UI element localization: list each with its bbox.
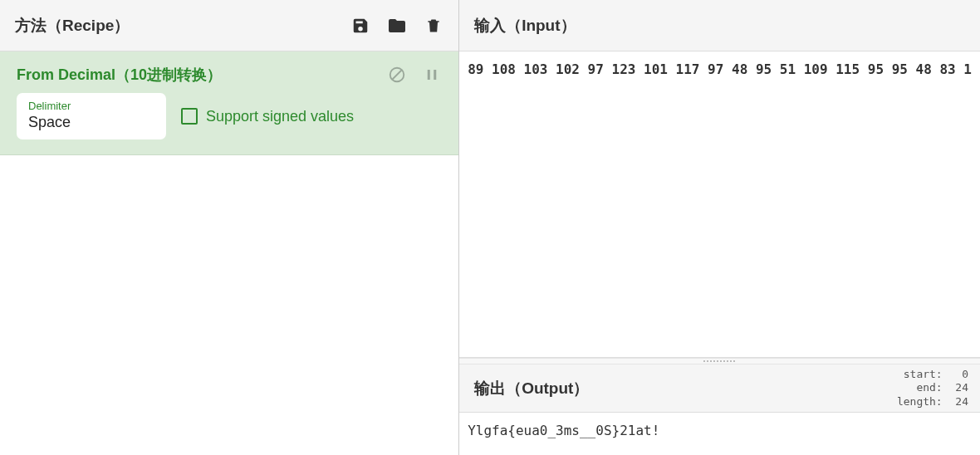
svg-line-1 <box>393 71 402 80</box>
operation-title: From Decimal（10进制转换） <box>17 65 222 85</box>
recipe-title: 方法（Recipe） <box>15 15 130 37</box>
recipe-header: 方法（Recipe） <box>0 0 458 51</box>
svg-rect-3 <box>434 70 436 80</box>
signed-checkbox-row[interactable]: Support signed values <box>181 108 354 125</box>
output-textarea[interactable]: Ylgfa{eua0_3ms__0S}21at! <box>459 413 980 455</box>
input-textarea[interactable]: 89 108 103 102 97 123 101 117 97 48 95 5… <box>459 51 980 358</box>
recipe-pane: 方法（Recipe） From Decimal（10进制转换） <box>0 0 459 455</box>
app-root: 方法（Recipe） From Decimal（10进制转换） <box>0 0 980 455</box>
operation-block: From Decimal（10进制转换） Delimiter Space <box>0 51 458 155</box>
save-icon[interactable] <box>350 16 370 36</box>
operation-controls <box>387 65 442 85</box>
output-title: 输出（Output） <box>474 378 589 399</box>
recipe-header-icons <box>350 16 443 36</box>
operation-body: Delimiter Space Support signed values <box>0 93 458 154</box>
delimiter-value: Space <box>28 114 154 131</box>
output-header: 输出（Output） start: 0 end: 24 length: 24 <box>459 364 980 413</box>
delimiter-select[interactable]: Delimiter Space <box>17 93 166 139</box>
operation-header: From Decimal（10进制转换） <box>0 51 458 93</box>
folder-icon[interactable] <box>387 16 407 36</box>
svg-rect-2 <box>428 70 430 80</box>
output-section: 输出（Output） start: 0 end: 24 length: 24 Y… <box>459 364 980 455</box>
signed-checkbox-label: Support signed values <box>206 108 354 125</box>
trash-icon[interactable] <box>424 16 443 36</box>
pause-icon[interactable] <box>422 65 442 85</box>
input-title: 输入（Input） <box>474 15 576 37</box>
output-stats: start: 0 end: 24 length: 24 <box>897 368 968 409</box>
disable-icon[interactable] <box>387 65 407 85</box>
io-pane: 输入（Input） 89 108 103 102 97 123 101 117 … <box>459 0 980 455</box>
io-splitter[interactable] <box>459 358 980 364</box>
input-header: 输入（Input） <box>459 0 980 51</box>
signed-checkbox[interactable] <box>181 108 198 125</box>
delimiter-label: Delimiter <box>28 100 154 112</box>
output-stats-text: start: 0 end: 24 length: 24 <box>897 368 968 408</box>
